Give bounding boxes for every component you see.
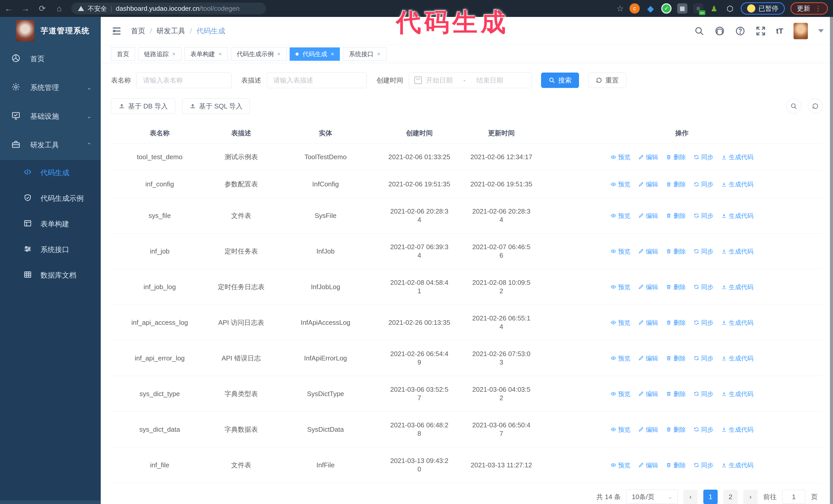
extension-check-icon[interactable]: ✓ — [661, 3, 671, 14]
sidebar-item-infra[interactable]: 基础设施 ⌄ — [0, 102, 101, 131]
close-icon[interactable]: × — [277, 51, 281, 57]
next-page-button[interactable]: › — [743, 490, 758, 504]
delete-link[interactable]: 删除 — [666, 283, 686, 291]
delete-link[interactable]: 删除 — [666, 212, 686, 220]
refresh-button[interactable] — [808, 99, 823, 114]
reset-button[interactable]: 重置 — [588, 73, 626, 88]
close-icon[interactable]: × — [172, 51, 175, 57]
delete-link[interactable]: 删除 — [666, 247, 686, 256]
page-button-1[interactable]: 1 — [703, 490, 718, 504]
sync-link[interactable]: 同步 — [694, 212, 714, 220]
generate-code-link[interactable]: 生成代码 — [721, 180, 754, 188]
close-icon[interactable]: × — [377, 51, 380, 57]
generate-code-link[interactable]: 生成代码 — [721, 212, 754, 220]
preview-link[interactable]: 预览 — [611, 153, 630, 161]
sync-link[interactable]: 同步 — [694, 318, 714, 327]
generate-code-link[interactable]: 生成代码 — [721, 354, 754, 362]
app-logo-row[interactable]: 芋道管理系统 — [0, 17, 101, 45]
forward-icon[interactable]: → — [17, 4, 34, 13]
sync-link[interactable]: 同步 — [694, 247, 714, 256]
import-sql-button[interactable]: 基于 SQL 导入 — [182, 98, 250, 114]
close-icon[interactable]: × — [331, 51, 334, 57]
delete-link[interactable]: 删除 — [666, 180, 686, 188]
edit-link[interactable]: 编辑 — [638, 354, 658, 362]
prev-page-button[interactable]: ‹ — [683, 490, 698, 504]
reload-icon[interactable]: ⟳ — [34, 4, 51, 13]
date-range-picker[interactable]: 开始日期 - 结束日期 — [409, 72, 532, 88]
preview-link[interactable]: 预览 — [611, 180, 630, 188]
sync-link[interactable]: 同步 — [694, 390, 714, 398]
edit-link[interactable]: 编辑 — [638, 461, 658, 470]
sidebar-item-system[interactable]: 系统管理 ⌄ — [0, 73, 101, 102]
preview-link[interactable]: 预览 — [611, 212, 630, 220]
delete-link[interactable]: 删除 — [666, 425, 686, 434]
preview-link[interactable]: 预览 — [611, 318, 630, 327]
sync-link[interactable]: 同步 — [694, 283, 714, 291]
extension-icon[interactable]: c — [629, 3, 640, 14]
generate-code-link[interactable]: 生成代码 — [721, 247, 754, 256]
page-button-2[interactable]: 2 — [723, 490, 738, 504]
sidebar-item-codegen[interactable]: 代码生成 — [0, 160, 101, 186]
edit-link[interactable]: 编辑 — [638, 247, 658, 256]
extension-switch-icon[interactable]: ≣on — [693, 3, 703, 14]
preview-link[interactable]: 预览 — [611, 354, 630, 362]
back-icon[interactable]: ← — [0, 4, 17, 13]
sync-link[interactable]: 同步 — [694, 461, 714, 470]
sync-link[interactable]: 同步 — [694, 153, 714, 161]
preview-link[interactable]: 预览 — [611, 461, 630, 470]
preview-link[interactable]: 预览 — [611, 425, 630, 434]
edit-link[interactable]: 编辑 — [638, 212, 658, 220]
sidebar-item-codegen-example[interactable]: 代码生成示例 — [0, 186, 101, 211]
paused-badge[interactable]: 已暂停 — [741, 2, 785, 15]
page-size-select[interactable]: 10条/页 ⌄ — [626, 490, 678, 504]
home-icon[interactable]: ⌂ — [51, 4, 68, 13]
tab-home[interactable]: 首页 — [111, 47, 135, 61]
page-scrollbar[interactable] — [830, 17, 833, 504]
font-size-icon[interactable]: tT — [776, 27, 783, 35]
extensions-puzzle-icon[interactable]: ⬡ — [725, 3, 735, 14]
delete-link[interactable]: 删除 — [666, 354, 686, 362]
preview-link[interactable]: 预览 — [611, 247, 630, 256]
generate-code-link[interactable]: 生成代码 — [721, 461, 754, 470]
close-icon[interactable]: × — [219, 51, 222, 57]
sync-link[interactable]: 同步 — [694, 180, 714, 188]
extension-gem-icon[interactable]: ◆ — [645, 3, 656, 14]
edit-link[interactable]: 编辑 — [638, 283, 658, 291]
breadcrumb-devtools[interactable]: 研发工具 — [157, 26, 185, 36]
sidebar-item-devtools[interactable]: 研发工具 ⌃ — [0, 131, 101, 160]
generate-code-link[interactable]: 生成代码 — [721, 425, 754, 434]
sidebar-item-db-docs[interactable]: 数据库文档 — [0, 263, 101, 288]
sidebar-scrollbar[interactable] — [0, 500, 101, 504]
tab-codegen-example[interactable]: 代码生成示例× — [231, 47, 287, 61]
user-avatar[interactable] — [793, 23, 808, 39]
address-bar[interactable]: 不安全 | dashboard.yudao.iocoder.cn/tool/co… — [71, 3, 266, 14]
extension-grid-icon[interactable]: ▦ — [677, 3, 687, 14]
github-icon[interactable] — [715, 26, 725, 36]
edit-link[interactable]: 编辑 — [638, 180, 658, 188]
preview-link[interactable]: 预览 — [611, 283, 630, 291]
delete-link[interactable]: 删除 — [666, 461, 686, 470]
import-db-button[interactable]: 基于 DB 导入 — [111, 98, 175, 114]
toggle-search-button[interactable] — [786, 99, 801, 114]
tab-tracing[interactable]: 链路追踪× — [138, 47, 182, 61]
tab-system-api[interactable]: 系统接口× — [343, 47, 386, 61]
preview-link[interactable]: 预览 — [611, 390, 630, 398]
search-button[interactable]: 搜索 — [541, 73, 579, 88]
generate-code-link[interactable]: 生成代码 — [721, 318, 754, 327]
sidebar-item-form-builder[interactable]: 表单构建 — [0, 211, 101, 237]
sidebar-item-system-api[interactable]: 系统接口 — [0, 237, 101, 263]
sidebar-item-home[interactable]: 首页 — [0, 45, 101, 73]
generate-code-link[interactable]: 生成代码 — [721, 390, 754, 398]
generate-code-link[interactable]: 生成代码 — [721, 153, 754, 161]
collapse-sidebar-icon[interactable] — [111, 26, 122, 36]
search-icon[interactable] — [694, 26, 704, 36]
edit-link[interactable]: 编辑 — [638, 425, 658, 434]
tab-form-builder[interactable]: 表单构建× — [185, 47, 228, 61]
user-menu-caret-icon[interactable] — [818, 29, 824, 32]
generate-code-link[interactable]: 生成代码 — [721, 283, 754, 291]
bookmark-star-icon[interactable]: ☆ — [616, 4, 624, 13]
delete-link[interactable]: 删除 — [666, 153, 686, 161]
table-desc-input[interactable] — [267, 72, 367, 88]
delete-link[interactable]: 删除 — [666, 318, 686, 327]
delete-link[interactable]: 删除 — [666, 390, 686, 398]
